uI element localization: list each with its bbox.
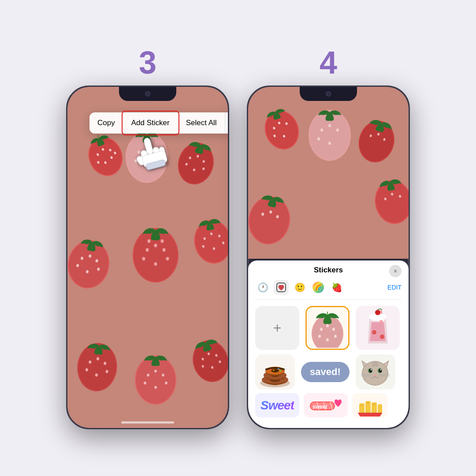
cat-sticker[interactable] [356, 354, 395, 390]
svg-point-91 [320, 129, 323, 132]
add-new-sticker-button[interactable]: + [255, 306, 299, 350]
phone-3-screen: Copy Add Sticker Select All Share... [67, 87, 228, 428]
svg-point-119 [334, 335, 337, 338]
stickers-row3: Sweet sweet [255, 393, 402, 417]
svg-point-93 [336, 129, 339, 132]
copy-menu-item[interactable]: Copy [89, 112, 123, 134]
phone-4: Stickers × 🕐 🙂 🌈 [247, 86, 410, 429]
svg-point-41 [148, 239, 151, 243]
step-4-number: 4 [320, 47, 337, 78]
strawberry-sticker-svg [310, 308, 345, 348]
cat-sticker-svg [359, 357, 392, 387]
svg-point-36 [154, 244, 157, 247]
svg-point-94 [317, 138, 320, 141]
donuts-sticker[interactable] [255, 354, 295, 390]
saved-badge: saved! [301, 362, 350, 382]
svg-text:sweet: sweet [312, 404, 327, 410]
svg-point-1 [84, 133, 127, 179]
svg-point-114 [320, 328, 323, 331]
stickers-title: Stickers [314, 266, 343, 275]
phone-3-home-bar [121, 421, 174, 424]
svg-point-65 [154, 386, 157, 389]
step-4: 4 [247, 47, 410, 429]
svg-point-95 [328, 142, 331, 145]
svg-point-40 [166, 257, 169, 260]
svg-rect-162 [367, 402, 369, 403]
svg-point-61 [147, 374, 149, 376]
stickers-panel: Stickers × 🕐 🙂 🌈 [248, 260, 409, 428]
milkshake-sticker[interactable] [356, 306, 400, 350]
svg-point-35 [146, 248, 149, 252]
svg-point-125 [372, 330, 376, 335]
sticker-tab-apps[interactable]: 🍓 [329, 280, 344, 295]
svg-point-64 [144, 382, 146, 384]
phone-4-screen: Stickers × 🕐 🙂 🌈 [248, 87, 409, 428]
svg-point-62 [154, 370, 157, 372]
context-menu: Copy Add Sticker Select All Share... [89, 112, 228, 134]
sticker-tab-emoji[interactable]: 🙂 [292, 280, 307, 295]
stickers-close-button[interactable]: × [389, 265, 402, 277]
add-sticker-menu-item[interactable]: Add Sticker [123, 112, 178, 134]
stickers-row2: saved! [255, 354, 402, 390]
stickers-grid: + [255, 306, 402, 350]
sticker-tab-edit[interactable]: EDIT [387, 284, 402, 291]
svg-point-126 [380, 335, 384, 339]
stickers-tabs: 🕐 🙂 🌈 🍓 EDIT [255, 280, 402, 300]
sweet-label: Sweet [260, 398, 294, 413]
french-fries-sticker[interactable] [352, 393, 387, 417]
svg-point-83 [260, 107, 303, 153]
svg-point-143 [363, 362, 387, 385]
sticker-tab-recent[interactable]: 🕐 [255, 280, 270, 295]
svg-rect-163 [373, 404, 375, 405]
step-3: 3 [66, 47, 229, 429]
sticker-tab-custom[interactable] [274, 280, 289, 295]
svg-point-92 [328, 124, 331, 127]
stickers-header: Stickers × [255, 266, 402, 275]
svg-point-39 [154, 262, 157, 266]
svg-point-116 [332, 328, 335, 331]
candy-sticker-svg: sweet [308, 395, 343, 415]
candy-sticker[interactable]: sweet [304, 393, 348, 417]
svg-point-37 [163, 248, 166, 252]
donuts-sticker-svg [257, 357, 293, 387]
svg-rect-161 [361, 405, 363, 406]
share-menu-item[interactable]: Share... [225, 112, 228, 134]
sweet-text-sticker[interactable]: Sweet [255, 393, 299, 417]
svg-point-115 [326, 324, 329, 327]
step-3-number: 3 [139, 47, 156, 78]
fries-sticker-svg [356, 394, 384, 416]
svg-point-117 [318, 335, 321, 338]
milkshake-sticker-svg [360, 308, 395, 348]
svg-point-118 [326, 338, 329, 342]
svg-point-148 [371, 369, 372, 371]
phone-4-camera [326, 91, 331, 97]
phone-3-camera [145, 91, 150, 97]
svg-point-124 [375, 310, 380, 315]
phone-3: Copy Add Sticker Select All Share... [66, 86, 229, 429]
select-all-menu-item[interactable]: Select All [178, 112, 225, 134]
phone-4-power [409, 168, 410, 201]
svg-point-149 [380, 369, 382, 371]
svg-point-42 [161, 239, 164, 243]
strawberry-svg-4 [248, 87, 409, 259]
strawberry-background-4 [248, 87, 409, 259]
main-container: 3 [48, 29, 428, 447]
phone-3-power [228, 168, 229, 201]
svg-point-38 [142, 257, 145, 260]
strawberry-sticker[interactable] [305, 306, 350, 350]
svg-point-66 [165, 382, 167, 384]
svg-rect-157 [359, 403, 364, 414]
svg-point-63 [162, 374, 164, 376]
sticker-tab-memoji[interactable]: 🌈 [311, 280, 326, 295]
